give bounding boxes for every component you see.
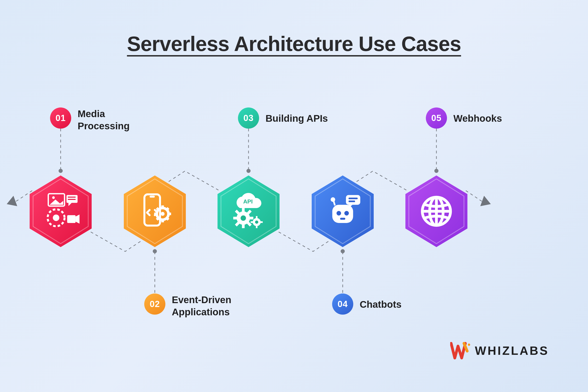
- svg-point-55: [331, 197, 335, 202]
- brand-logo: WHIZLABS: [450, 342, 549, 360]
- svg-point-20: [161, 212, 165, 216]
- hex-card-3: API: [214, 172, 283, 250]
- media-processing-icon: [40, 190, 81, 232]
- svg-point-13: [53, 214, 59, 221]
- svg-rect-47: [260, 221, 263, 223]
- step-number: 02: [150, 299, 160, 309]
- svg-rect-18: [150, 196, 155, 198]
- step-number: 03: [244, 113, 254, 123]
- svg-rect-14: [67, 215, 76, 223]
- step-badge-4: 04: [332, 294, 353, 314]
- svg-rect-50: [332, 205, 353, 223]
- svg-rect-34: [242, 208, 244, 212]
- svg-rect-58: [349, 200, 355, 202]
- svg-point-33: [240, 216, 246, 221]
- svg-line-27: [157, 218, 158, 220]
- diagram-title: Serverless Architecture Use Cases: [127, 32, 461, 56]
- svg-rect-35: [242, 224, 244, 228]
- hex-card-2: [120, 172, 189, 250]
- step-badge-5: 05: [426, 108, 447, 128]
- svg-rect-56: [346, 195, 360, 205]
- globe-icon: [416, 190, 457, 232]
- step-number: 05: [431, 113, 442, 123]
- step-label-1: MediaProcessing: [78, 108, 130, 132]
- arrow-left-icon: [5, 196, 17, 210]
- svg-point-52: [344, 211, 349, 216]
- hex-card-4: [308, 172, 377, 250]
- step-badge-1: 01: [50, 108, 71, 128]
- step-number: 04: [338, 299, 348, 309]
- step-label-3: Building APIs: [266, 112, 328, 125]
- brand-name: WHIZLABS: [475, 344, 549, 358]
- svg-text:API: API: [243, 198, 252, 204]
- svg-rect-53: [340, 218, 346, 220]
- svg-rect-11: [68, 199, 76, 200]
- hex-card-1: [26, 172, 95, 250]
- svg-line-28: [167, 208, 168, 210]
- svg-rect-36: [233, 216, 237, 219]
- svg-rect-37: [249, 216, 253, 219]
- whizlabs-mark-icon: [450, 342, 471, 360]
- svg-line-25: [157, 208, 158, 210]
- svg-rect-57: [349, 198, 358, 199]
- svg-rect-46: [250, 221, 253, 223]
- svg-point-51: [336, 211, 341, 216]
- step-badge-3: 03: [238, 108, 259, 128]
- svg-line-26: [167, 218, 168, 220]
- arrow-right-icon: [480, 196, 493, 210]
- svg-rect-44: [256, 216, 258, 218]
- svg-rect-45: [256, 226, 258, 228]
- event-driven-app-icon: [134, 190, 176, 232]
- svg-point-65: [468, 344, 470, 346]
- hex-card-5: [402, 172, 471, 250]
- step-number: 01: [56, 113, 66, 123]
- step-label-2: Event-DrivenApplications: [172, 294, 231, 318]
- svg-point-8: [52, 196, 55, 199]
- svg-rect-10: [68, 196, 76, 198]
- svg-point-43: [255, 220, 258, 224]
- step-label-5: Webhooks: [454, 112, 502, 125]
- chatbot-icon: [322, 190, 363, 232]
- api-cloud-icon: API: [228, 190, 269, 232]
- step-badge-2: 02: [144, 294, 166, 314]
- step-label-4: Chatbots: [360, 298, 402, 311]
